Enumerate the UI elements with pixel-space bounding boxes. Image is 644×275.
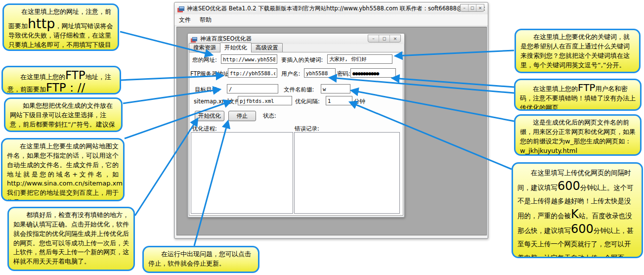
child-window-controls: – ◻ × (368, 35, 401, 43)
sitemap-input[interactable] (238, 96, 292, 105)
callout-prefix: 这是生成优化后的网页文件名的前缀，用来区分正常网页和优化网页，如果您的前缀设定为… (514, 114, 642, 156)
child-close-icon[interactable]: × (389, 35, 400, 42)
minimize-icon[interactable]: – (461, 4, 468, 11)
close-icon[interactable]: × (476, 4, 484, 11)
interval-unit-label: 分钟 (354, 98, 365, 105)
url-input[interactable] (221, 54, 277, 64)
main-window-title: 神速SEO优化器 Beta1.0.2 下载最新版本请到官方网站http://ww… (187, 5, 485, 12)
ftp-label: FTP服务器地址: (190, 70, 231, 78)
start-optimize-button[interactable]: 开始优化 (195, 111, 224, 121)
tabstrip: 搜索资源 开始优化 高级设置 (189, 45, 282, 52)
interval-label: 优化间隔: (295, 98, 320, 105)
child-maximize-icon[interactable]: ◻ (379, 35, 389, 42)
child-app-icon (191, 36, 198, 42)
maximize-icon[interactable]: ◻ (468, 4, 476, 11)
target-dir-label: 目标目录: (195, 86, 219, 93)
stop-button[interactable]: 停止 (228, 111, 256, 121)
callout-sitemap: 在这里填上您要生成的网站地图文件名，如果您不指定的话，可以用这个自动生成的文件名… (1, 138, 125, 201)
main-window-controls: – ◻ × (460, 4, 484, 12)
interval-input[interactable] (326, 96, 352, 105)
progress-listbox[interactable] (191, 132, 293, 214)
username-input[interactable] (304, 68, 336, 78)
callout-ftp-address: 在这里填上您的FTP地址，注意，前面要加FTP：// (1, 66, 121, 94)
errors-label: 错误记录: (295, 125, 319, 133)
callout-url: 在这里填上您的网址，注意，前面要加http，网址填写错误将会导致优化失败，请仔细… (2, 3, 119, 51)
ftp-input[interactable] (228, 68, 277, 78)
screenshot-canvas: 神速SEO优化器 Beta1.0.2 下载最新版本请到官方网站http://ww… (0, 0, 644, 275)
errors-listbox[interactable] (294, 132, 400, 214)
main-titlebar[interactable]: 神速SEO优化器 Beta1.0.2 下载最新版本请到官方网站http://ww… (174, 2, 488, 14)
app-icon (177, 5, 184, 12)
username-label: 用户名: (281, 70, 300, 78)
target-dir-input[interactable] (227, 84, 278, 93)
child-minimize-icon[interactable]: – (368, 35, 379, 42)
menu-help[interactable]: 帮助 (195, 15, 216, 25)
callout-interval: 在这里填写上传优化网页的间隔时间，建议填写600分钟以上。这个可不是上传得越多越… (512, 162, 643, 258)
url-label: 您的网址: (192, 56, 217, 64)
main-window: 神速SEO优化器 Beta1.0.2 下载最新版本请到官方网站http://ww… (174, 2, 488, 239)
child-window: 神速百度SEO优化器 – ◻ × 搜索资源 开始优化 高级设置 您的网址: (187, 33, 405, 218)
progress-label: 优化进程: (192, 125, 217, 133)
callout-target-dir: 如果您想把优化生成的文件放在网站下级目录可以在这里选择，注意，前后都要带斜扛“/… (4, 97, 123, 132)
prefix-input[interactable] (321, 84, 350, 93)
keywords-label: 要插入的关键词: (281, 56, 323, 64)
child-window-title: 神速百度SEO优化器 (200, 35, 252, 43)
callout-keywords: 在这里填上您要优化的关键词，就是您希望别人在百度上通过什么关键词来搜索到您？您就… (515, 29, 641, 73)
prefix-label: 文件名前缀: (284, 86, 314, 93)
tab-advanced-settings[interactable]: 高级设置 (251, 43, 283, 52)
menubar: 文件 帮助 (174, 14, 488, 26)
mdi-client-area: 神速百度SEO优化器 – ◻ × 搜索资源 开始优化 高级设置 您的网址: (176, 27, 487, 235)
callout-ftp-auth: 在这里填上您的FTP用户名和密码，注意不要填错哟！填错了没有办法上传优化的网页 (514, 79, 642, 111)
keywords-input[interactable] (327, 54, 392, 64)
tab-start-optimize[interactable]: 开始优化 (220, 43, 252, 52)
tabpage-start-optimize: 您的网址: 要插入的关键词: FTP服务器地址: 用户名: 密码: 目标目录: … (189, 52, 403, 216)
tab-search-resources[interactable]: 搜索资源 (189, 43, 220, 52)
callout-start-optimize: 都填好后，检查有没有填错的地方，如果确认填写正确。点击开始优化，软件就会按指定的… (7, 207, 135, 271)
menu-file[interactable]: 文件 (174, 15, 195, 25)
status-label: 状态: (263, 112, 276, 120)
callout-stop: 在运行中出现问题，您可以点击停止，软件就会停止更新。 (142, 246, 259, 273)
password-label: 密码: (337, 70, 350, 78)
password-input[interactable] (350, 68, 396, 78)
